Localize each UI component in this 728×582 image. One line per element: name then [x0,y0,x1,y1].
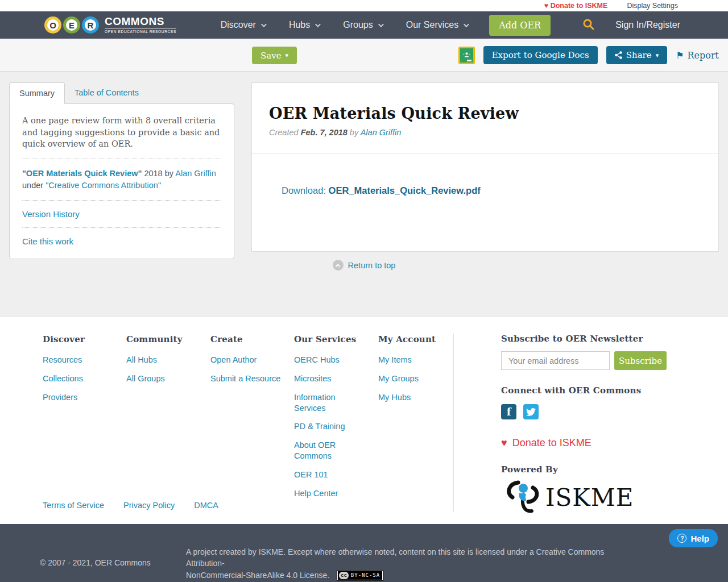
terms-of-service-link[interactable]: Terms of Service [43,501,104,510]
download-pdf-link[interactable]: OER_Materials_Quick_Review.pdf [329,185,481,196]
classroom-strip [467,60,471,61]
report-link[interactable]: ⚑Report [676,50,719,61]
iskme-swirl-icon [501,479,545,516]
twitter-icon[interactable] [523,404,539,419]
logo-title: COMMONS [105,16,176,27]
facebook-icon[interactable]: f [501,404,516,419]
bottom-bar: © 2007 - 2021, OER Commons A project cre… [0,524,728,582]
google-classroom-button[interactable] [458,47,475,64]
save-button[interactable]: Save▾ [252,47,297,64]
nav-item-discover[interactable]: Discover [221,20,265,30]
nav-menu: Discover Hubs Groups Our Services [221,20,468,30]
return-to-top-link[interactable]: Return to top [348,261,396,270]
resource-action-bar: Save▾ Export to Google Docs Share▾ ⚑Repo… [0,39,728,72]
footer-link-about-oer-commons[interactable]: About OER Commons [294,440,363,462]
export-google-docs-button[interactable]: Export to Google Docs [483,46,598,64]
license-attribution: "OER Materials Quick Review" 2018 by Ala… [22,168,221,192]
resource-main-card: OER Materials Quick Review Created Feb. … [251,82,719,252]
footer-column-community: Community All Hubs All Groups [126,334,203,392]
footer-column-discover: Discover Resources Collections Providers [43,334,119,411]
nav-label: Discover [221,20,256,30]
footer-column-our-services: Our Services OERC Hubs Microsites Inform… [294,334,363,507]
donate-to-iskme-link[interactable]: ♥ Donate to ISKME [544,2,608,10]
heart-icon: ♥ [544,2,548,10]
logo-text: COMMONS OPEN EDUCATIONAL RESOURCES [105,16,176,34]
tab-summary[interactable]: Summary [9,82,65,104]
chevron-down-icon [315,22,321,27]
search-icon [582,18,595,31]
divider [22,159,221,159]
nav-item-our-services[interactable]: Our Services [406,20,468,30]
iskme-logo[interactable]: ISKME [501,479,694,516]
footer-link-my-hubs[interactable]: My Hubs [378,392,446,403]
logo-ring-o: O [44,16,61,34]
footer-link-my-items[interactable]: My Items [378,355,446,365]
footer-link-pd-training[interactable]: PD & Training [294,421,363,432]
footer-column-create: Create Open Author Submit a Resource [210,334,287,392]
author-link[interactable]: Alan Griffin [361,128,402,137]
logo-ring-r: R [82,16,99,34]
display-settings-link[interactable]: Display Settings [627,2,678,10]
author-link[interactable]: Alan Griffin [175,169,216,178]
cc-badge-text: BY-NC-SA [351,572,380,579]
question-circle-icon: ? [677,534,686,543]
version-history-link[interactable]: Version History [22,209,221,219]
footer-heading: Community [126,334,203,344]
footer-link-oerc-hubs[interactable]: OERC Hubs [294,355,363,365]
site-license-text: A project created by ISKME. Except where… [186,546,618,581]
footer-link-submit-resource[interactable]: Submit a Resource [210,373,287,384]
donate-to-iskme-footer-link[interactable]: ♥Donate to ISKME [501,437,694,449]
cite-this-work-link[interactable]: Cite this work [22,236,221,246]
help-button[interactable]: ? Help [669,529,718,547]
footer-link-providers[interactable]: Providers [43,392,119,403]
footer-link-oer-101[interactable]: OER 101 [294,469,363,480]
footer-link-all-groups[interactable]: All Groups [126,373,203,384]
logo-ring-e: E [63,16,80,34]
dmca-link[interactable]: DMCA [194,501,218,510]
share-button[interactable]: Share▾ [606,46,667,64]
add-oer-button[interactable]: Add OER [489,15,551,36]
google-classroom-icon [462,52,471,59]
iskme-wordmark: ISKME [545,484,634,512]
search-button[interactable] [582,18,595,32]
license-link[interactable]: "Creative Commons Attribution" [46,181,161,190]
chevron-down-icon [378,22,384,27]
privacy-policy-link[interactable]: Privacy Policy [123,501,175,510]
copyright-text: © 2007 - 2021, OER Commons [40,558,151,567]
download-row: Download: OER_Materials_Quick_Review.pdf [282,185,718,196]
caret-down-icon: ▾ [656,52,659,59]
divider [22,200,221,201]
top-utility-bar: ♥ Donate to ISKME Display Settings [0,0,728,11]
under-text: under [22,181,46,190]
donate-label: Donate to ISKME [551,2,608,10]
footer-link-resources[interactable]: Resources [43,355,119,365]
footer-link-open-author[interactable]: Open Author [210,355,287,365]
subscribe-button[interactable]: Subscribe [614,351,667,370]
arrow-up-circle-icon[interactable] [333,260,344,271]
newsletter-form: Subscribe [501,351,694,370]
nav-label: Groups [343,20,373,30]
sign-in-register-link[interactable]: Sign In/Register [615,20,680,30]
footer-link-help-center[interactable]: Help Center [294,488,363,499]
panel-tabs: Summary Table of Contents [9,82,234,103]
heart-icon: ♥ [501,437,507,449]
nav-label: Our Services [406,20,458,30]
footer-link-information-services[interactable]: Information Services [294,392,363,414]
by-label: by [348,128,361,137]
nav-item-hubs[interactable]: Hubs [289,20,319,30]
oer-commons-logo[interactable]: O E R COMMONS OPEN EDUCATIONAL RESOURCES [44,16,176,34]
footer-link-my-groups[interactable]: My Groups [378,373,446,384]
content-area: Summary Table of Contents A one page rev… [0,72,728,317]
resource-title-link[interactable]: "OER Materials Quick Review" [22,169,142,178]
tab-table-of-contents[interactable]: Table of Contents [65,82,148,103]
cc-by-nc-sa-badge[interactable]: cc BY-NC-SA [337,571,383,580]
report-label: Report [688,50,719,61]
footer-link-microsites[interactable]: Microsites [294,373,363,384]
connect-heading: Connect with OER Commons [501,385,694,396]
footer-link-collections[interactable]: Collections [43,373,119,384]
footer-link-all-hubs[interactable]: All Hubs [126,355,203,365]
email-input[interactable] [501,351,610,370]
download-label: Download: [282,185,329,196]
nav-item-groups[interactable]: Groups [343,20,382,30]
share-label: Share [626,50,652,60]
